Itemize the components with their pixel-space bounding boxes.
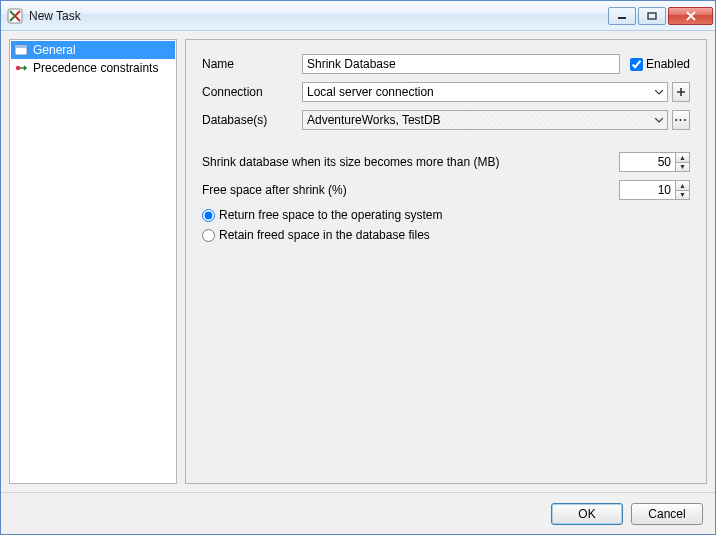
enabled-checkbox[interactable]: Enabled [630,57,690,71]
connection-label: Connection [202,85,302,99]
sidebar[interactable]: General Precedence constraints [9,39,177,484]
chevron-down-icon[interactable] [651,83,667,101]
cancel-button[interactable]: Cancel [631,503,703,525]
free-space-input[interactable] [619,180,675,200]
app-icon [7,8,23,24]
radio-retain-free-space[interactable]: Retain freed space in the database files [202,228,690,242]
window-title: New Task [29,9,608,23]
free-space-spinbox[interactable]: ▲ ▼ [619,180,690,200]
spin-down-icon[interactable]: ▼ [676,162,689,172]
databases-label: Database(s) [202,113,302,127]
spin-up-icon[interactable]: ▲ [676,153,689,162]
databases-value: AdventureWorks, TestDB [307,113,651,127]
window-controls [608,7,713,25]
radio-retain-label: Retain freed space in the database files [219,228,430,242]
radio-retain-input[interactable] [202,229,215,242]
radio-return-input[interactable] [202,209,215,222]
shrink-threshold-spinbox[interactable]: ▲ ▼ [619,152,690,172]
titlebar[interactable]: New Task [1,1,715,31]
connection-value: Local server connection [307,85,651,99]
sidebar-item-general[interactable]: General [11,41,175,59]
connection-combo[interactable]: Local server connection [302,82,668,102]
databases-combo[interactable]: AdventureWorks, TestDB [302,110,668,130]
svg-rect-4 [15,45,27,48]
svg-rect-2 [648,13,656,19]
svg-rect-1 [618,17,626,19]
shrink-threshold-label: Shrink database when its size becomes mo… [202,155,619,169]
precedence-icon [13,60,29,76]
add-connection-button[interactable] [672,82,690,102]
radio-return-free-space[interactable]: Return free space to the operating syste… [202,208,690,222]
maximize-button[interactable] [638,7,666,25]
new-task-dialog: New Task General [0,0,716,535]
name-input[interactable] [302,54,620,74]
sidebar-item-precedence[interactable]: Precedence constraints [11,59,175,77]
sidebar-item-label: General [33,43,76,57]
general-panel: Name Enabled Connection Local server con… [185,39,707,484]
chevron-down-icon[interactable] [651,111,667,129]
enabled-label: Enabled [646,57,690,71]
sidebar-item-label: Precedence constraints [33,61,158,75]
name-label: Name [202,57,302,71]
spin-down-icon[interactable]: ▼ [676,190,689,200]
general-icon [13,42,29,58]
ok-button[interactable]: OK [551,503,623,525]
close-button[interactable] [668,7,713,25]
spin-up-icon[interactable]: ▲ [676,181,689,190]
dialog-footer: OK Cancel [1,492,715,534]
radio-return-label: Return free space to the operating syste… [219,208,442,222]
svg-point-5 [16,66,20,70]
enabled-checkbox-input[interactable] [630,58,643,71]
minimize-button[interactable] [608,7,636,25]
shrink-threshold-input[interactable] [619,152,675,172]
browse-databases-button[interactable]: ··· [672,110,690,130]
free-space-label: Free space after shrink (%) [202,183,619,197]
